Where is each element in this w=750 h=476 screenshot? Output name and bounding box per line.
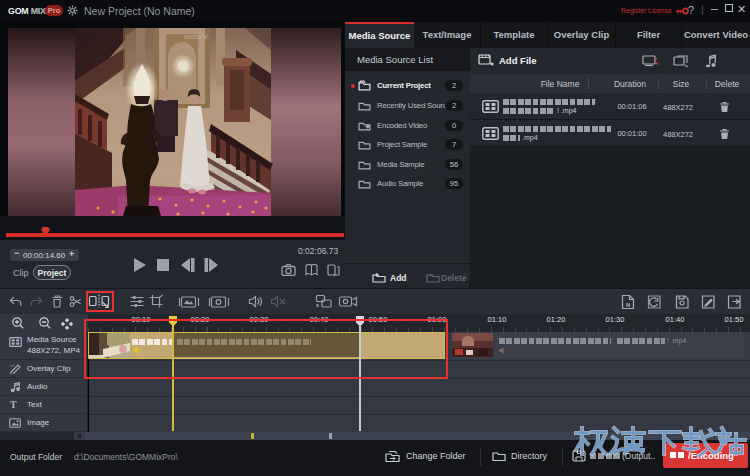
svg-text:weibo.tv: weibo.tv xyxy=(183,33,209,40)
svg-text:N: N xyxy=(626,302,630,308)
